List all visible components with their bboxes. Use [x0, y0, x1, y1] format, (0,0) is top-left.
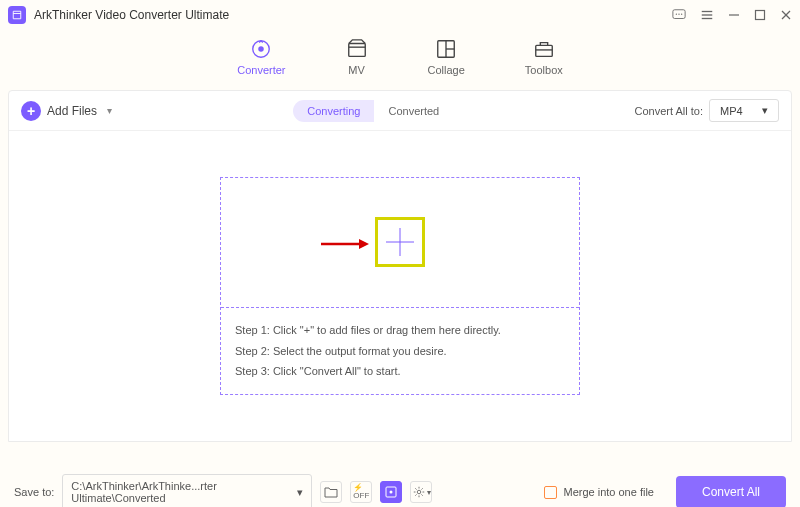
step-2: Step 2: Select the output format you des… [235, 341, 565, 362]
plus-icon: + [21, 101, 41, 121]
collage-icon [435, 38, 457, 60]
svg-point-26 [417, 490, 421, 494]
app-logo [8, 6, 26, 24]
app-title: ArkThinker Video Converter Ultimate [34, 8, 672, 22]
close-button[interactable] [780, 9, 792, 21]
checkbox-icon [544, 486, 557, 499]
svg-rect-18 [536, 45, 553, 56]
tab-mv[interactable]: MV [346, 38, 368, 76]
tab-collage[interactable]: Collage [428, 38, 465, 76]
svg-point-2 [678, 13, 679, 14]
svg-marker-21 [359, 239, 369, 249]
converter-icon [250, 38, 272, 60]
maximize-button[interactable] [754, 9, 766, 21]
format-select[interactable]: MP4 ▾ [709, 99, 779, 122]
menu-icon[interactable] [700, 8, 714, 22]
instructions: Step 1: Click "+" to add files or drag t… [221, 308, 579, 395]
settings-button[interactable]: ▾ [410, 481, 432, 503]
seg-converted[interactable]: Converted [374, 100, 453, 122]
mv-icon [346, 38, 368, 60]
convert-all-to-label: Convert All to: [635, 105, 703, 117]
svg-point-3 [681, 13, 682, 14]
svg-point-25 [390, 491, 393, 494]
task-schedule-button[interactable] [380, 481, 402, 503]
toolbar: + Add Files ▾ Converting Converted Conve… [9, 91, 791, 131]
svg-rect-8 [756, 11, 765, 20]
save-path-select[interactable]: C:\ArkThinker\ArkThinke...rter Ultimate\… [62, 474, 312, 507]
minimize-button[interactable] [728, 9, 740, 21]
convert-all-button[interactable]: Convert All [676, 476, 786, 507]
chevron-down-icon: ▾ [762, 104, 768, 117]
seg-converting[interactable]: Converting [293, 100, 374, 122]
tab-converter[interactable]: Converter [237, 38, 285, 76]
arrow-icon [321, 236, 369, 252]
svg-point-1 [676, 13, 677, 14]
tab-toolbox[interactable]: Toolbox [525, 38, 563, 76]
add-files-plus[interactable] [375, 217, 425, 267]
chevron-down-icon: ▾ [297, 486, 303, 499]
svg-rect-13 [348, 44, 365, 57]
merge-checkbox[interactable]: Merge into one file [544, 486, 654, 499]
content-area: Step 1: Click "+" to add files or drag t… [9, 131, 791, 441]
status-segment: Converting Converted [293, 100, 453, 122]
nav-tabs: Converter MV Collage Toolbox [0, 30, 800, 90]
titlebar: ArkThinker Video Converter Ultimate [0, 0, 800, 30]
main-panel: + Add Files ▾ Converting Converted Conve… [8, 90, 792, 442]
toolbox-icon [533, 38, 555, 60]
svg-point-12 [259, 46, 265, 52]
add-files-button[interactable]: + Add Files ▾ [21, 101, 112, 121]
open-folder-button[interactable] [320, 481, 342, 503]
feedback-icon[interactable] [672, 8, 686, 22]
step-3: Step 3: Click "Convert All" to start. [235, 361, 565, 382]
drop-area[interactable]: Step 1: Click "+" to add files or drag t… [220, 177, 580, 396]
hardware-accel-button[interactable]: ⚡OFF [350, 481, 372, 503]
bottom-bar: Save to: C:\ArkThinker\ArkThinke...rter … [0, 467, 800, 507]
save-to-label: Save to: [14, 486, 54, 498]
step-1: Step 1: Click "+" to add files or drag t… [235, 320, 565, 341]
